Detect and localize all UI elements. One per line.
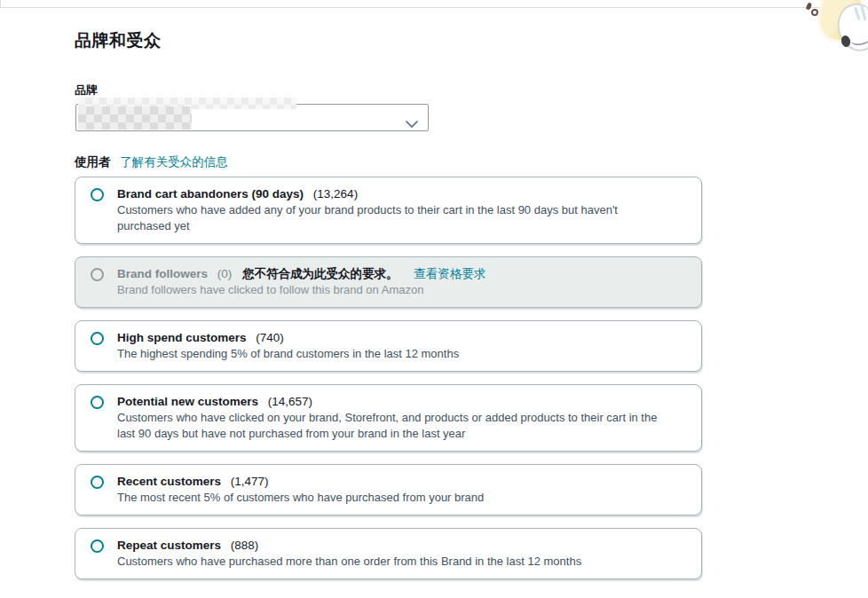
audience-count: (888)	[231, 539, 259, 552]
sticker-decoration	[790, 0, 868, 62]
audience-description: Customers who have clicked on your brand…	[117, 410, 675, 442]
learn-about-audiences-link[interactable]: 了解有关受众的信息	[120, 155, 228, 169]
top-divider	[0, 7, 868, 8]
audience-section-header: 使用者 了解有关受众的信息	[75, 155, 228, 169]
audience-name: High spend customers	[117, 331, 247, 344]
audience-card-content: Recent customers (1,477) The most recent…	[117, 474, 484, 506]
radio-button[interactable]	[91, 332, 104, 345]
audience-card-content: High spend customers (740) The highest s…	[117, 330, 459, 362]
brand-name-redaction-blur	[78, 106, 192, 130]
left-edge-tick	[0, 0, 1, 8]
chevron-down-icon	[406, 115, 418, 131]
audience-title-line: High spend customers (740)	[117, 330, 459, 346]
audience-title-line: Recent customers (1,477)	[117, 474, 484, 490]
radio-button[interactable]	[91, 476, 104, 489]
audience-option-card-5[interactable]: Recent customers (1,477) The most recent…	[75, 464, 702, 515]
radio-button[interactable]	[91, 396, 104, 409]
audience-name: Recent customers	[117, 475, 221, 488]
audience-count: (0)	[217, 267, 233, 280]
audience-name: Brand followers	[117, 267, 208, 280]
audience-name: Potential new customers	[117, 395, 258, 408]
audience-title-line: Brand cart abandoners (90 days) (13,264)	[117, 186, 675, 202]
brand-field-label: 品牌	[75, 83, 98, 98]
audience-card-content: Potential new customers (14,657) Custome…	[117, 394, 675, 442]
audience-name: Repeat customers	[117, 539, 221, 552]
radio-button[interactable]	[91, 188, 104, 201]
audience-option-card-1[interactable]: Brand cart abandoners (90 days) (13,264)…	[75, 177, 702, 244]
sticker-comma-mark	[806, 2, 812, 10]
audience-count: (14,657)	[268, 395, 312, 408]
audience-description: The most recent 5% of customers who have…	[117, 490, 484, 506]
audience-title-line: Brand followers (0) 您不符合成为此受众的要求。 查看资格要求	[117, 266, 485, 282]
audience-count: (740)	[256, 331, 284, 344]
audience-description: Customers who have added any of your bra…	[117, 202, 675, 234]
radio-button	[91, 268, 104, 281]
audience-count: (1,477)	[231, 475, 269, 488]
audience-card-content: Repeat customers (888) Customers who hav…	[117, 538, 581, 570]
view-eligibility-requirements-link[interactable]: 查看资格要求	[414, 267, 485, 280]
ineligibility-notice: 您不符合成为此受众的要求。	[242, 267, 398, 280]
audience-option-card-6[interactable]: Repeat customers (888) Customers who hav…	[75, 528, 702, 579]
audience-description: Customers who have purchased more than o…	[117, 554, 581, 570]
sticker-ring-mark	[811, 9, 818, 16]
sticker-nose	[840, 35, 851, 48]
audience-option-card-4[interactable]: Potential new customers (14,657) Custome…	[75, 384, 702, 452]
audience-count: (13,264)	[313, 187, 358, 201]
sticker-chin-line	[849, 33, 868, 46]
audience-card-list: Brand cart abandoners (90 days) (13,264)…	[75, 177, 702, 592]
sticker-animal-head	[833, 0, 868, 55]
audience-option-card-3[interactable]: High spend customers (740) The highest s…	[75, 320, 702, 372]
audience-card-content: Brand followers (0) 您不符合成为此受众的要求。 查看资格要求…	[117, 266, 485, 298]
radio-button[interactable]	[91, 539, 104, 553]
audience-title-line: Repeat customers (888)	[117, 538, 581, 554]
audience-label: 使用者	[75, 155, 111, 169]
audience-title-line: Potential new customers (14,657)	[117, 394, 675, 410]
audience-description: Brand followers have clicked to follow t…	[117, 282, 485, 298]
audience-option-card-2: Brand followers (0) 您不符合成为此受众的要求。 查看资格要求…	[75, 256, 702, 308]
audience-card-content: Brand cart abandoners (90 days) (13,264)…	[117, 186, 675, 234]
audience-description: The highest spending 5% of brand custome…	[117, 346, 459, 362]
page-title: 品牌和受众	[75, 29, 162, 52]
audience-name: Brand cart abandoners (90 days)	[117, 187, 304, 201]
